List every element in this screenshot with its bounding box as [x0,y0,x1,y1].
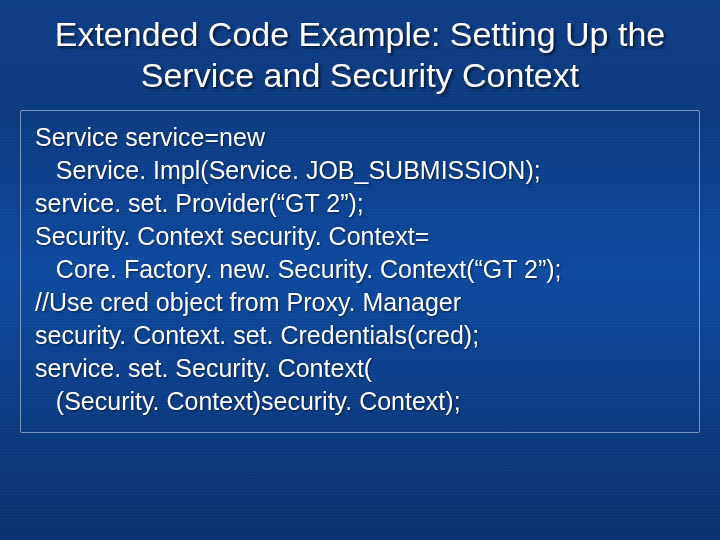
code-line: security. Context. set. Credentials(cred… [35,319,685,352]
code-line: Service service=new [35,121,685,154]
code-line: service. set. Provider(“GT 2”); [35,187,685,220]
code-line: Service. Impl(Service. JOB_SUBMISSION); [35,154,685,187]
slide: Extended Code Example: Setting Up the Se… [0,0,720,540]
code-line: (Security. Context)security. Context); [35,385,685,418]
code-line: Security. Context security. Context= [35,220,685,253]
code-block: Service service=new Service. Impl(Servic… [20,110,700,433]
slide-title: Extended Code Example: Setting Up the Se… [0,0,720,102]
code-line: service. set. Security. Context( [35,352,685,385]
code-line: //Use cred object from Proxy. Manager [35,286,685,319]
code-line: Core. Factory. new. Security. Context(“G… [35,253,685,286]
